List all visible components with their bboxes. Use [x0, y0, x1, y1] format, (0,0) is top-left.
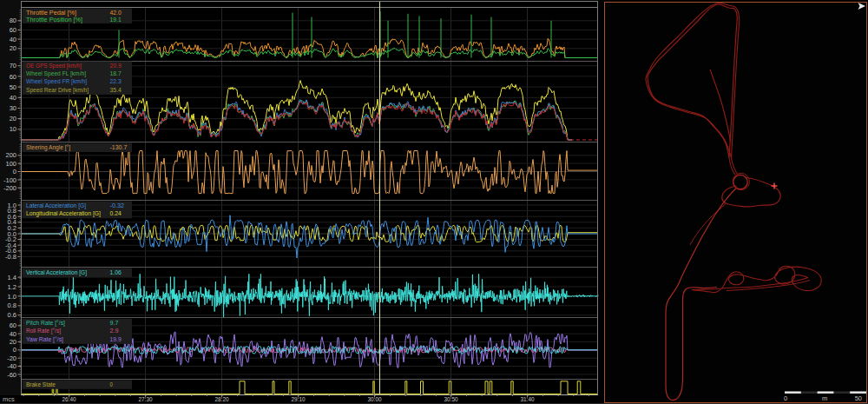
svg-text:Brake State: Brake State [26, 381, 56, 388]
svg-text:200: 200 [5, 151, 16, 159]
svg-text:70: 70 [10, 62, 16, 70]
svg-text:Vertical Acceleration [G]: Vertical Acceleration [G] [26, 268, 87, 276]
svg-text:28:20: 28:20 [215, 395, 229, 403]
svg-text:1.06: 1.06 [110, 268, 122, 276]
svg-text:60: 60 [10, 26, 16, 34]
svg-text:1.2: 1.2 [8, 283, 16, 291]
svg-text:9.7: 9.7 [110, 319, 119, 327]
svg-text:30:00: 30:00 [368, 395, 382, 403]
svg-text:-0.8: -0.8 [5, 253, 16, 261]
svg-text:29:10: 29:10 [292, 395, 306, 403]
svg-text:20: 20 [10, 44, 16, 52]
svg-text:m: m [822, 394, 827, 402]
svg-text:Longitudinal Acceleration [G]: Longitudinal Acceleration [G] [26, 209, 101, 217]
svg-text:1.4: 1.4 [8, 274, 16, 281]
svg-text:Wheel Speed FL [km/h]: Wheel Speed FL [km/h] [26, 70, 86, 77]
svg-text:30:50: 30:50 [444, 395, 458, 403]
svg-text:-130.7: -130.7 [110, 143, 128, 151]
svg-text:40: 40 [10, 36, 16, 43]
svg-text:22.3: 22.3 [110, 77, 122, 85]
svg-text:Steering Angle [°]: Steering Angle [°] [26, 143, 70, 151]
svg-text:1.0: 1.0 [8, 293, 16, 301]
svg-text:60: 60 [10, 73, 16, 81]
svg-text:18.7: 18.7 [110, 70, 122, 77]
svg-text:0: 0 [13, 168, 16, 176]
svg-text:10: 10 [10, 125, 16, 133]
svg-text:mcs: mcs [3, 395, 15, 403]
svg-text:-200: -200 [3, 184, 16, 192]
svg-text:20: 20 [10, 338, 16, 346]
svg-text:0.24: 0.24 [110, 209, 122, 217]
svg-text:-20: -20 [7, 354, 16, 362]
svg-text:Yaw Rate [°/s]: Yaw Rate [°/s] [26, 335, 63, 343]
svg-text:2.9: 2.9 [110, 327, 119, 334]
svg-text:40: 40 [10, 94, 16, 102]
svg-text:Throttle Position [%]: Throttle Position [%] [26, 16, 82, 23]
svg-text:-60: -60 [7, 371, 16, 379]
svg-text:20: 20 [10, 115, 16, 123]
svg-text:31:40: 31:40 [521, 395, 535, 403]
svg-text:0: 0 [784, 394, 787, 402]
svg-text:27:30: 27:30 [139, 395, 153, 403]
svg-text:Wheel Speed FR [km/h]: Wheel Speed FR [km/h] [26, 77, 87, 85]
svg-text:Pitch Rate [°/s]: Pitch Rate [°/s] [26, 319, 65, 327]
svg-text:50: 50 [855, 394, 862, 402]
svg-text:0.6: 0.6 [8, 311, 16, 319]
svg-text:20.9: 20.9 [110, 62, 122, 70]
svg-text:0: 0 [13, 346, 16, 354]
svg-text:OE GPS Speed [km/h]: OE GPS Speed [km/h] [26, 62, 82, 70]
svg-text:30: 30 [10, 104, 16, 112]
svg-text:19.1: 19.1 [110, 16, 122, 23]
svg-text:100: 100 [5, 160, 16, 168]
svg-text:80: 80 [10, 17, 16, 24]
svg-text:0.8: 0.8 [8, 301, 16, 309]
svg-text:26:40: 26:40 [62, 395, 76, 403]
svg-text:-0.32: -0.32 [110, 202, 125, 209]
svg-text:Roll Rate [°/s]: Roll Rate [°/s] [26, 327, 61, 334]
svg-text:19.9: 19.9 [110, 335, 122, 343]
svg-text:Lateral Acceleration [G]: Lateral Acceleration [G] [26, 202, 86, 209]
svg-text:60: 60 [10, 321, 16, 329]
svg-text:35.4: 35.4 [110, 86, 122, 94]
svg-text:-40: -40 [7, 362, 16, 370]
svg-text:Speed Rear Drive [km/h]: Speed Rear Drive [km/h] [26, 86, 89, 94]
svg-text:50: 50 [10, 83, 16, 91]
svg-text:40: 40 [10, 330, 16, 338]
svg-text:0: 0 [110, 381, 114, 388]
svg-text:-100: -100 [3, 176, 16, 184]
